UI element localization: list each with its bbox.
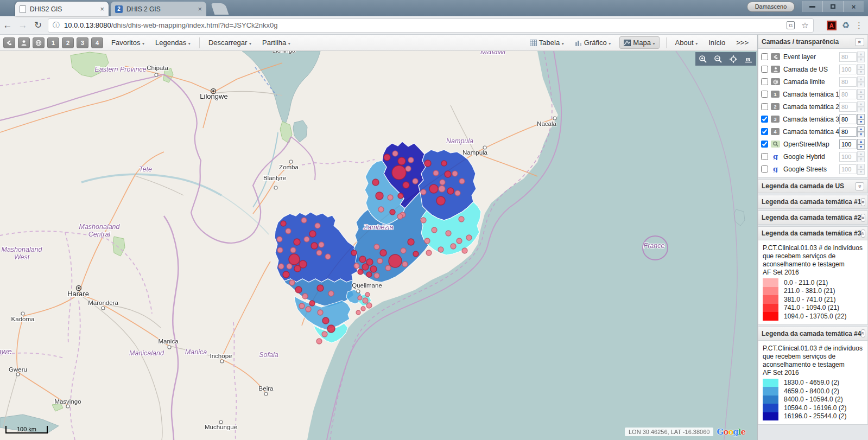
map-canvas[interactable]: Malawi Lichinga Eastern Province Chipata… bbox=[0, 51, 757, 440]
layer-checkbox[interactable] bbox=[761, 116, 768, 123]
url-input[interactable]: ⓘ 10.0.0.13:8080 /dhis/dhis-web-mapping/… bbox=[48, 18, 814, 33]
expand-icon[interactable]: « bbox=[861, 214, 865, 222]
globe-icon bbox=[35, 40, 42, 46]
opacity-spinner[interactable]: 100▲▼ bbox=[839, 64, 865, 75]
spin-up-icon: ▲ bbox=[857, 52, 865, 57]
expand-icon[interactable]: « bbox=[855, 182, 864, 190]
layer-row-google-streets: g Google Streets 100▲▼ bbox=[758, 163, 867, 175]
layer-checkbox[interactable] bbox=[761, 128, 768, 135]
zoom-out-icon[interactable] bbox=[714, 55, 723, 63]
browser-menu-icon[interactable]: ⋮ bbox=[855, 21, 864, 30]
descarregar-menu[interactable]: Descarregar ▾ bbox=[208, 39, 251, 47]
page-icon bbox=[20, 5, 26, 13]
opacity-spinner[interactable]: 100▲▼ bbox=[839, 164, 865, 175]
translate-icon[interactable]: G bbox=[787, 21, 795, 29]
thematic-4-button[interactable]: 4 bbox=[91, 37, 103, 48]
legend-thematic3-header[interactable]: Legenda da camada temática #3 « bbox=[758, 226, 868, 240]
profile-button[interactable]: Damasceno bbox=[747, 2, 795, 12]
opacity-spinner[interactable]: 80▲▼ bbox=[839, 126, 865, 137]
opacity-spinner[interactable]: 80▲▼ bbox=[839, 89, 865, 100]
collapse-icon[interactable]: « bbox=[861, 229, 865, 238]
person-icon bbox=[771, 66, 780, 73]
google-icon: g bbox=[771, 165, 780, 173]
chevron-down-icon: ▾ bbox=[562, 41, 564, 46]
layer-checkbox[interactable] bbox=[761, 91, 768, 98]
tabela-menu[interactable]: Tabela ▾ bbox=[530, 39, 564, 47]
map-icon bbox=[624, 40, 631, 46]
thematic-2-button[interactable]: 2 bbox=[62, 37, 74, 48]
thematic-4-icon: 4 bbox=[771, 128, 780, 135]
layer-row-thematic3: 3 Camada temática 3 80▲▼ bbox=[758, 113, 867, 125]
layer-checkbox[interactable] bbox=[761, 78, 768, 85]
back-icon[interactable]: ← bbox=[0, 20, 15, 31]
layer-checkbox[interactable] bbox=[761, 141, 768, 148]
measure-icon[interactable]: m bbox=[744, 55, 753, 63]
spin-down-icon: ▼ bbox=[857, 57, 865, 62]
openstreetmap-icon bbox=[771, 141, 780, 148]
layer-checkbox[interactable] bbox=[761, 153, 768, 160]
legendas-menu[interactable]: Legendas ▾ bbox=[155, 39, 191, 47]
opacity-spinner[interactable]: 80▲▼ bbox=[839, 52, 865, 62]
layer-checkbox[interactable] bbox=[761, 103, 768, 110]
legend-us-header[interactable]: Legenda da camada de US « bbox=[758, 179, 868, 193]
boundary-layer-button[interactable] bbox=[33, 37, 45, 48]
extension-icon[interactable]: ♻ bbox=[842, 20, 850, 30]
expand-icon[interactable]: « bbox=[861, 198, 865, 206]
legend-item: 16196.0 - 25544.0 (2) bbox=[763, 412, 863, 421]
event-icon bbox=[6, 40, 12, 46]
opacity-spinner[interactable]: 80▲▼ bbox=[839, 101, 865, 112]
thematic-3-button[interactable]: 3 bbox=[77, 37, 88, 48]
favoritos-menu[interactable]: Favoritos ▾ bbox=[111, 39, 144, 47]
legend-swatch bbox=[763, 387, 778, 396]
about-menu[interactable]: About ▾ bbox=[675, 39, 698, 47]
page-info-icon[interactable]: ⓘ bbox=[53, 21, 60, 30]
tab-close-icon[interactable]: × bbox=[198, 5, 202, 13]
facility-layer-button[interactable] bbox=[18, 37, 30, 48]
reload-icon[interactable]: ↻ bbox=[30, 20, 46, 31]
grafico-menu[interactable]: Gráfico ▾ bbox=[575, 39, 611, 47]
legend-thematic3-body: P.CT.Clinical.01.03 # de indivíduos que … bbox=[758, 240, 868, 325]
event-layer-button[interactable] bbox=[3, 37, 15, 48]
opacity-spinner[interactable]: 80▲▼ bbox=[839, 76, 865, 87]
collapse-icon[interactable]: « bbox=[855, 38, 864, 46]
legend-thematic2-header[interactable]: Legenda da camada temática #2 « bbox=[758, 211, 868, 225]
tab-close-icon[interactable]: × bbox=[100, 5, 104, 13]
chevron-down-icon: ▾ bbox=[695, 41, 698, 46]
tab-dhis-2-gis[interactable]: 2 DHIS 2 GIS × bbox=[111, 2, 206, 16]
chevron-down-icon: ▾ bbox=[142, 41, 144, 46]
partilha-menu[interactable]: Partilha ▾ bbox=[262, 39, 290, 47]
google-icon: g bbox=[771, 153, 780, 160]
window-controls: × bbox=[802, 1, 864, 12]
adobe-extension-icon[interactable]: A bbox=[827, 21, 837, 30]
bookmark-star-icon[interactable]: ☆ bbox=[801, 21, 808, 30]
thematic-1-button[interactable]: 1 bbox=[47, 37, 59, 48]
layer-checkbox[interactable] bbox=[761, 53, 768, 60]
forward-icon[interactable]: → bbox=[15, 20, 30, 31]
zoom-extent-icon[interactable] bbox=[729, 55, 738, 63]
layer-row-thematic2: 2 Camada temática 2 80▲▼ bbox=[758, 100, 867, 113]
legend-thematic1-header[interactable]: Legenda da camada temática #1 « bbox=[758, 195, 868, 209]
layer-checkbox[interactable] bbox=[761, 165, 768, 173]
tab-dhis2-gis[interactable]: DHIS2 GIS × bbox=[15, 2, 109, 16]
restore-button[interactable] bbox=[822, 1, 843, 12]
legend-item: 4659.0 - 8400.0 (2) bbox=[763, 387, 863, 396]
inicio-link[interactable]: Início bbox=[708, 39, 725, 47]
minimize-button[interactable] bbox=[802, 1, 822, 12]
legend-swatch bbox=[763, 379, 778, 387]
close-button[interactable]: × bbox=[843, 1, 864, 12]
mapa-menu[interactable]: Mapa ▾ bbox=[619, 36, 659, 49]
layer-checkbox[interactable] bbox=[761, 66, 768, 73]
opacity-spinner[interactable]: 100▲▼ bbox=[839, 139, 865, 150]
new-tab-button[interactable] bbox=[211, 3, 229, 15]
thematic-1-icon: 1 bbox=[771, 91, 780, 98]
collapse-icon[interactable]: « bbox=[861, 329, 865, 337]
opacity-spinner[interactable]: 80▲▼ bbox=[839, 114, 865, 125]
legend-thematic4-header[interactable]: Legenda da camada temática #4 « bbox=[758, 327, 868, 341]
opacity-spinner[interactable]: 100▲▼ bbox=[839, 151, 865, 162]
zoom-in-icon[interactable] bbox=[699, 55, 707, 63]
layer-row-osm: OpenStreetMap 100▲▼ bbox=[758, 138, 867, 150]
layer-row-facility: Camada de US 100▲▼ bbox=[758, 63, 867, 75]
layers-panel-header[interactable]: Camadas / transparência « bbox=[758, 35, 868, 49]
more-tools-button[interactable]: >>> bbox=[736, 39, 749, 47]
legend-description: P.CT.Clinical.01.03 # de indivíduos que … bbox=[763, 345, 863, 377]
